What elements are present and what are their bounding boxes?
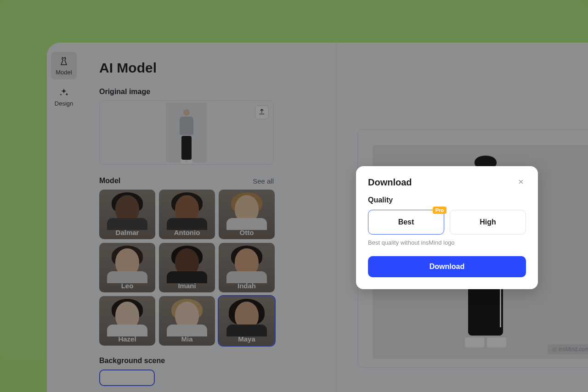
quality-option-label: High bbox=[480, 218, 496, 226]
download-modal: Download Quality Best Pro High Best qual… bbox=[356, 166, 538, 289]
download-button[interactable]: Download bbox=[368, 256, 526, 277]
pro-badge: Pro bbox=[433, 207, 447, 214]
close-button[interactable] bbox=[516, 178, 526, 188]
modal-title: Download bbox=[368, 177, 412, 188]
quality-hint: Best quality without insMind logo bbox=[368, 239, 526, 246]
quality-option-best[interactable]: Best Pro bbox=[368, 210, 444, 235]
close-icon bbox=[517, 178, 525, 187]
quality-option-label: Best bbox=[398, 218, 414, 226]
quality-label: Quality bbox=[368, 196, 526, 204]
quality-option-high[interactable]: High bbox=[450, 210, 526, 235]
